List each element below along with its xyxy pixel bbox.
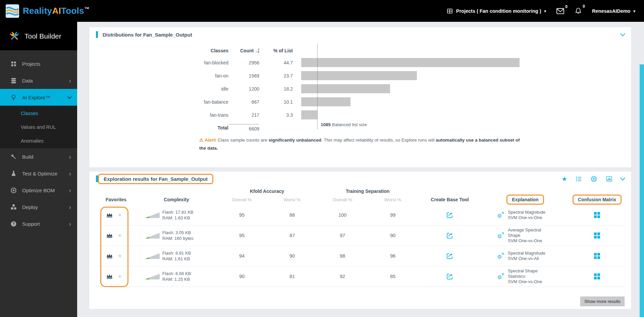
distribution-bar: [301, 84, 390, 93]
sidebar-item-data[interactable]: Data ›: [0, 72, 77, 89]
table-row: fan-trans2173.3: [197, 108, 293, 121]
create-base-tool-icon[interactable]: [446, 252, 454, 260]
sidebar-label: Support: [22, 221, 40, 227]
distributions-panel: Distributions for Fan_Sample_Output Clas…: [89, 27, 632, 168]
confusion-matrix-icon[interactable]: [594, 253, 600, 259]
crown-favorite-icon[interactable]: [106, 253, 113, 259]
star-favorite-icon[interactable]: ★: [117, 253, 122, 259]
sidebar-item-ai-explore[interactable]: AI Explore™: [0, 89, 77, 106]
create-base-tool-icon[interactable]: [446, 231, 454, 240]
sidebar-item-optimize-bom[interactable]: Optimize BOM ›: [0, 182, 77, 199]
crown-favorite-icon[interactable]: [106, 273, 113, 279]
sidebar-item-test-optimize[interactable]: Test & Optimize ›: [0, 165, 77, 182]
crown-favorite-icon[interactable]: [106, 232, 113, 239]
collapse-chevron-icon[interactable]: [620, 31, 626, 36]
explanation-gears-icon[interactable]: ⚙⚙: [497, 252, 504, 260]
ai-explore-submenu: Classes Values and RUL Anomalies: [0, 106, 77, 148]
sidebar-item-deploy[interactable]: Deploy ›: [0, 199, 77, 215]
distribution-header-row: Classes Count ↓ZA % of List: [197, 45, 293, 56]
create-base-tool-icon[interactable]: [446, 211, 454, 219]
star-favorite-icon[interactable]: ★: [117, 233, 122, 238]
complexity-column-header: Complexity: [136, 197, 217, 202]
panel-accent-bar: [96, 31, 98, 38]
confusion-matrix-icon[interactable]: [594, 232, 600, 239]
logo-mark-icon: [5, 4, 19, 18]
lightbulb-icon: [10, 94, 17, 101]
sidebar-subitem-values-and-rul[interactable]: Values and RUL: [0, 120, 77, 134]
scrollbar-thumb[interactable]: [640, 64, 644, 317]
chart-view-icon[interactable]: [605, 175, 613, 182]
explanation-gears-icon[interactable]: ⚙⚙: [497, 211, 504, 219]
kfold-worst-column-header: Worst %: [267, 197, 317, 202]
sidebar-item-projects[interactable]: Projects: [0, 55, 77, 72]
sidebar-label: Data: [22, 78, 33, 84]
chip-icon: [10, 187, 17, 194]
sidebar-subitem-classes[interactable]: Classes: [0, 106, 77, 120]
table-row: idle120018.2: [197, 82, 293, 95]
tool-builder-title: Tool Builder: [24, 32, 61, 40]
complexity-gauge-icon: [145, 212, 160, 218]
sidebar-label: AI Explore™: [22, 95, 50, 100]
wrench-icon: [10, 153, 17, 160]
collapse-chevron-icon[interactable]: [620, 175, 626, 180]
question-circle-icon: ?: [10, 220, 17, 227]
complexity-gauge-icon: [145, 233, 160, 239]
create-base-tool-column-header: Create Base Tool: [418, 197, 482, 202]
distribution-bar: [301, 110, 317, 119]
result-row: ★ Flash: 8.91 KBRAM: 1.61 KB 94 90 98 96: [96, 246, 625, 266]
chevron-right-icon: ›: [69, 153, 71, 160]
class-distribution-table: Classes Count ↓ZA % of List fan-blocked2…: [197, 45, 293, 134]
reality-ai-tools-logo: RealityAIToolsTM: [5, 4, 89, 18]
crown-favorite-icon[interactable]: [106, 212, 113, 218]
messages-count-badge: 0: [565, 4, 568, 9]
confusion-matrix-icon[interactable]: [594, 212, 600, 218]
projects-caret-icon: ▾: [544, 9, 546, 13]
count-column-header[interactable]: Count ↓ZA: [228, 48, 259, 53]
bell-icon: [575, 7, 582, 15]
classes-column-header: Classes: [197, 48, 228, 53]
svg-text:?: ?: [12, 222, 14, 226]
balanced-list-size-label: 1085 Balanced list size: [321, 122, 367, 127]
group-header-row: Kfold Accuracy Training Separation: [96, 186, 625, 194]
complexity-gauge-icon: [145, 274, 160, 279]
list-view-icon[interactable]: [575, 175, 582, 182]
chevron-right-icon: ›: [69, 170, 71, 177]
chevron-right-icon: ›: [69, 220, 71, 227]
sidebar-item-build[interactable]: Build ›: [0, 148, 77, 165]
warning-icon: ⚠: [199, 138, 203, 143]
confusion-matrix-icon[interactable]: [594, 273, 600, 279]
result-row: ★ Flash: 6.56 KBRAM: 1.25 KB 90 81 92 85: [96, 266, 625, 287]
separation-overall-column-header: Overall %: [317, 197, 368, 202]
show-more-results-button[interactable]: Show more results: [580, 297, 625, 306]
explanation-gears-icon[interactable]: ⚙⚙: [497, 232, 504, 239]
sidebar-label: Deploy: [22, 204, 38, 210]
sidebar-subitem-anomalies[interactable]: Anomalies: [0, 134, 77, 148]
projects-menu[interactable]: Projects ( Fan condition monitoring ) ▾: [446, 8, 546, 14]
sort-descending-icon: ↓ZA: [255, 48, 259, 53]
explanation-gears-icon[interactable]: ⚙⚙: [497, 273, 504, 280]
favorites-filter-icon[interactable]: ★: [561, 176, 567, 182]
projects-window-icon: [446, 8, 453, 14]
tool-builder-header: Tool Builder: [0, 22, 77, 50]
user-menu[interactable]: RenesasAIDemo ▾: [592, 8, 635, 14]
hardware-settings-icon[interactable]: [590, 175, 597, 182]
notifications-button[interactable]: 0: [575, 7, 582, 15]
sidebar-label: Optimize BOM: [22, 188, 55, 193]
table-row: fan-on156923.7: [197, 69, 293, 82]
column-header-row: Favorites Complexity Overall % Worst % O…: [96, 194, 625, 205]
sidebar-item-support[interactable]: ? Support ›: [0, 215, 77, 232]
exploration-results-table: Kfold Accuracy Training Separation Favor…: [89, 186, 631, 306]
logo-wordmark: RealityAIToolsTM: [23, 6, 89, 16]
exploration-panel-header: Exploration results for Fan_Sample_Outpu…: [89, 171, 631, 186]
total-row: Total6609: [197, 121, 293, 134]
distributions-title: Distributions for Fan_Sample_Output: [103, 32, 192, 38]
database-icon: [10, 77, 17, 84]
star-favorite-icon[interactable]: ★: [117, 274, 122, 279]
balanced-size-marker-line: [317, 44, 318, 129]
user-caret-icon: ▾: [633, 9, 635, 13]
messages-button[interactable]: 0: [556, 7, 565, 15]
pct-column-header: % of List: [259, 48, 293, 53]
distribution-bar: [301, 71, 417, 80]
star-favorite-icon[interactable]: ★: [117, 212, 122, 218]
create-base-tool-icon[interactable]: [446, 272, 454, 280]
